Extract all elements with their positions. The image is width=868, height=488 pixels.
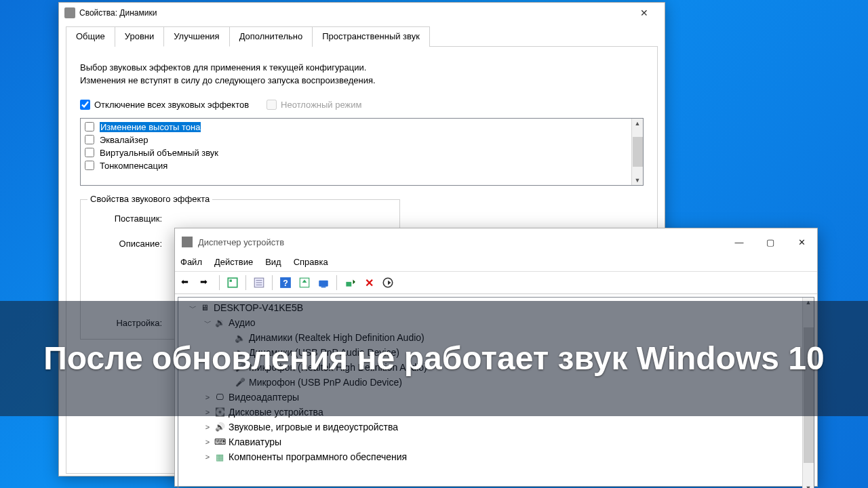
tree-label: Клавиатуры — [229, 436, 281, 447]
svg-text:?: ? — [283, 279, 288, 288]
svg-rect-0 — [228, 278, 237, 287]
expand-icon[interactable]: > — [203, 453, 212, 461]
effect-label: Виртуальный объемный звук — [100, 148, 218, 158]
menu-item[interactable]: Действие — [214, 257, 253, 267]
scroll-thumb[interactable] — [633, 137, 643, 167]
sound-icon — [214, 422, 226, 432]
tree-label: Звуковые, игровые и видеоустройства — [229, 422, 398, 432]
tab-4[interactable]: Пространственный звук — [312, 26, 430, 47]
expand-icon[interactable]: > — [203, 423, 212, 431]
menu-item[interactable]: Справка — [294, 257, 328, 267]
tree-category[interactable]: >Компоненты программного обеспечения — [182, 449, 802, 464]
back-button[interactable]: ⬅ — [179, 274, 195, 291]
scan-hardware-button[interactable] — [315, 274, 332, 291]
svg-rect-12 — [346, 282, 351, 287]
menu-item[interactable]: Вид — [265, 257, 281, 267]
svg-marker-13 — [353, 280, 355, 285]
dm-menubar: ФайлДействиеВидСправка — [175, 256, 817, 271]
scroll-up-icon[interactable]: ▲ — [635, 120, 641, 127]
tab-2[interactable]: Улучшения — [163, 26, 229, 47]
svg-rect-10 — [319, 281, 328, 287]
help-button[interactable]: ? — [277, 274, 294, 291]
update-driver-button[interactable] — [296, 274, 313, 291]
effects-scrollbar[interactable]: ▲ ▼ — [631, 119, 643, 185]
tree-category[interactable]: >Клавиатуры — [182, 434, 802, 449]
tree-category[interactable]: >Звуковые, игровые и видеоустройства — [182, 420, 802, 434]
headline-overlay: После обновления не работает звук Window… — [0, 301, 868, 416]
effect-label: Тонкомпенсация — [100, 161, 167, 171]
effect-checkbox[interactable] — [85, 161, 94, 170]
disable-all-effects-label: Отключение всех звуковых эффектов — [94, 100, 249, 110]
description-label: Описание: — [92, 239, 166, 249]
svg-marker-15 — [388, 281, 391, 285]
kbd-icon — [214, 436, 226, 447]
svg-rect-11 — [321, 287, 326, 288]
scroll-down-icon[interactable]: ▼ — [635, 177, 641, 184]
group-legend: Свойства звукового эффекта — [87, 194, 212, 204]
dm-title: Диспетчер устройств — [198, 237, 284, 247]
svg-marker-9 — [302, 280, 307, 283]
headline-text: После обновления не работает звук Window… — [23, 338, 844, 379]
window-title: Свойства: Динамики — [79, 8, 629, 18]
effect-checkbox[interactable] — [85, 148, 94, 157]
disable-all-effects-input[interactable] — [80, 100, 90, 110]
expand-icon[interactable]: > — [203, 438, 212, 446]
maximize-button[interactable]: ▢ — [755, 232, 786, 252]
immediate-mode-input — [267, 100, 277, 110]
titlebar[interactable]: Свойства: Динамики ✕ — [59, 3, 665, 23]
tab-3[interactable]: Дополнительно — [229, 26, 313, 47]
device-manager-icon — [182, 237, 193, 247]
effect-item[interactable]: Изменение высоты тона — [81, 121, 631, 134]
dm-toolbar: ⬅ ➡ ? ✕ — [175, 271, 817, 294]
properties-button[interactable] — [251, 274, 267, 291]
immediate-mode-checkbox: Неотложный режим — [267, 100, 361, 110]
disable-all-effects-checkbox[interactable]: Отключение всех звуковых эффектов — [80, 100, 249, 110]
tab-strip: ОбщиеУровниУлучшенияДополнительноПростра… — [66, 26, 658, 47]
effect-item[interactable]: Эквалайзер — [81, 134, 631, 146]
scroll-down-icon[interactable]: ▼ — [806, 485, 812, 488]
provider-label: Поставщик: — [92, 214, 166, 224]
effect-checkbox[interactable] — [85, 135, 94, 144]
refresh-button[interactable] — [380, 274, 396, 291]
description-text: Выбор звуковых эффектов для применения к… — [80, 62, 378, 87]
effects-listbox[interactable]: Изменение высоты тонаЭквалайзерВиртуальн… — [80, 118, 644, 186]
uninstall-button[interactable]: ✕ — [361, 274, 377, 291]
svg-rect-1 — [230, 280, 232, 282]
tab-1[interactable]: Уровни — [115, 26, 164, 47]
effect-item[interactable]: Виртуальный объемный звук — [81, 146, 631, 159]
add-legacy-button[interactable] — [342, 274, 358, 291]
close-button[interactable]: ✕ — [786, 232, 817, 252]
chip-icon — [214, 451, 226, 462]
effect-item[interactable]: Тонкомпенсация — [81, 159, 631, 172]
effect-label: Изменение высоты тона — [100, 122, 201, 132]
speaker-icon — [64, 7, 75, 18]
tree-label: Компоненты программного обеспечения — [229, 451, 407, 462]
effect-label: Эквалайзер — [100, 135, 148, 145]
close-button[interactable]: ✕ — [629, 7, 659, 18]
effect-checkbox[interactable] — [85, 122, 94, 131]
dm-titlebar[interactable]: Диспетчер устройств — ▢ ✕ — [175, 228, 817, 256]
immediate-mode-label: Неотложный режим — [281, 100, 361, 110]
menu-item[interactable]: Файл — [180, 257, 202, 267]
minimize-button[interactable]: — — [724, 232, 755, 252]
forward-button[interactable]: ➡ — [198, 274, 214, 291]
show-hidden-button[interactable] — [224, 274, 241, 291]
tab-0[interactable]: Общие — [66, 26, 115, 47]
